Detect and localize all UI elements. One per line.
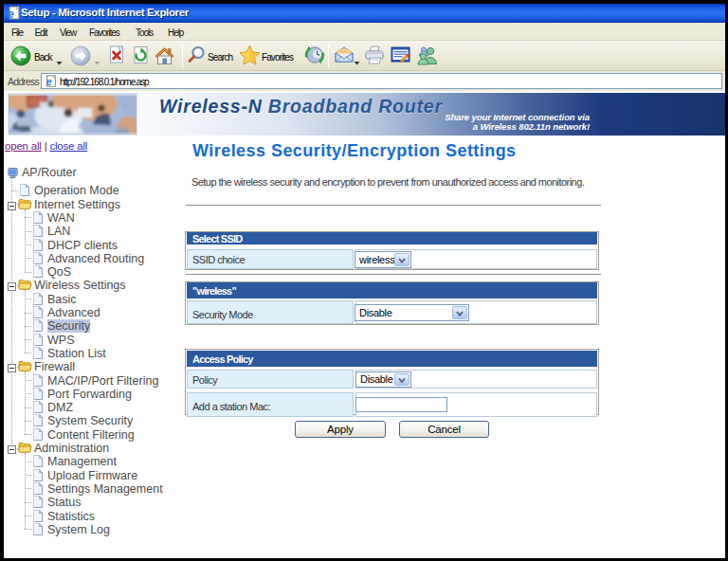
svg-text:e: e (8, 8, 14, 21)
svg-text:e: e (46, 76, 52, 87)
